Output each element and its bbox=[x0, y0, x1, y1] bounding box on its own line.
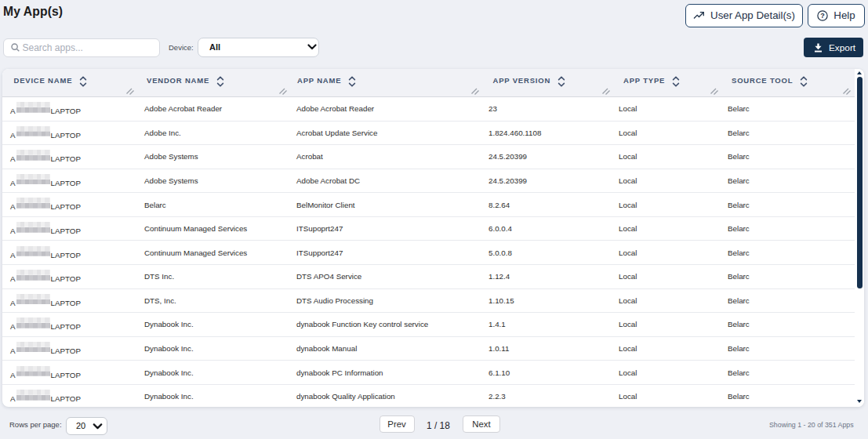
svg-text:?: ? bbox=[821, 12, 826, 20]
